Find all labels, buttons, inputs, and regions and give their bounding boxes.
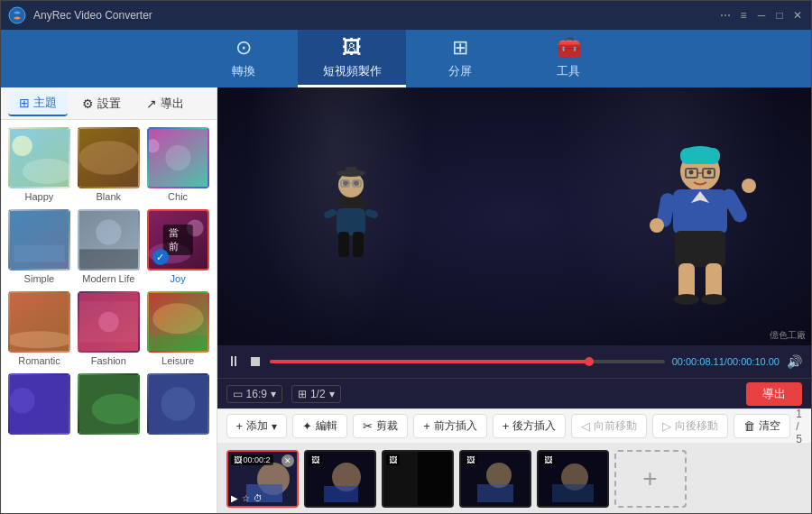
- timeline-item-5[interactable]: 🖼: [537, 450, 609, 508]
- svg-point-59: [674, 294, 699, 305]
- aspect-ratio-value: 16:9: [246, 388, 267, 400]
- svg-point-26: [10, 388, 35, 413]
- insert-before-button[interactable]: + 前方插入: [413, 414, 487, 438]
- insert-after-button[interactable]: + 後方插入: [493, 414, 567, 438]
- svg-point-2: [12, 136, 32, 157]
- insert-after-icon: +: [503, 419, 510, 433]
- app-title: AnyRec Video Converter: [33, 9, 152, 22]
- theme-thumb-joy: 當前 ✓: [147, 209, 209, 271]
- timeline-item-3[interactable]: 🖼: [382, 450, 454, 508]
- aspect-ratio-select[interactable]: ▭ 16:9 ▾: [226, 385, 282, 403]
- theme-item-happy[interactable]: Happy: [8, 127, 70, 202]
- bottom-toolbar: + 添加 ▾ ✦ 編輯 ✂ 剪裁 + 前方插入 + 後方插入 ◁ 向: [217, 408, 811, 443]
- timeline-item-2-time: 🖼: [309, 454, 322, 465]
- theme-label-fashion: Fashion: [91, 355, 126, 366]
- edit-icon: ✦: [302, 419, 312, 433]
- theme-item-joy[interactable]: 當前 ✓ Joy: [147, 209, 209, 284]
- timeline-item-1-close[interactable]: ✕: [281, 454, 294, 467]
- svg-point-7: [165, 145, 190, 170]
- timeline-item-4[interactable]: 🖼: [459, 450, 531, 508]
- theme-item-leisure[interactable]: Leisure: [147, 291, 209, 366]
- nav-tab-split[interactable]: ⊞ 分屏: [406, 30, 514, 87]
- timeline-item-4-time: 🖼: [464, 454, 477, 465]
- nav-tab-tools-label: 工具: [557, 63, 580, 79]
- app-logo: [8, 6, 26, 24]
- svg-point-77: [486, 463, 512, 488]
- cut-button[interactable]: ✂ 剪裁: [353, 414, 408, 438]
- maximize-button[interactable]: □: [773, 9, 786, 22]
- theme-item-simple[interactable]: Simple: [8, 209, 70, 284]
- svg-rect-38: [323, 208, 337, 219]
- theme-item-modernlife[interactable]: Modern Life: [78, 209, 140, 284]
- volume-icon[interactable]: 🔊: [787, 354, 802, 369]
- svg-rect-35: [337, 208, 365, 235]
- theme-thumb-chic: [147, 127, 209, 188]
- export-button[interactable]: 導出: [746, 382, 802, 406]
- cut-icon: ✂: [363, 419, 373, 433]
- theme-grid: Happy Blank: [1, 120, 217, 514]
- close-button[interactable]: ✕: [791, 9, 804, 22]
- theme-item-blank[interactable]: Blank: [78, 127, 140, 202]
- svg-point-21: [98, 312, 119, 333]
- clear-button[interactable]: 🗑 清空: [734, 414, 790, 438]
- edit-button[interactable]: ✦ 編輯: [292, 414, 347, 438]
- theme-item-fashion[interactable]: Fashion: [78, 291, 140, 366]
- play-icon[interactable]: ▶: [231, 493, 238, 503]
- theme-item-more2[interactable]: [78, 373, 140, 437]
- sub-tab-settings[interactable]: ⚙ 設置: [71, 92, 132, 115]
- nav-tab-tools[interactable]: 🧰 工具: [514, 30, 623, 87]
- nav-tab-shortvideo-label: 短視頻製作: [323, 63, 382, 79]
- character-left: [306, 144, 396, 289]
- theme-thumb-fashion: [78, 291, 140, 353]
- right-panel: 億色工廠 ⏸ ⏹ 00:00:08.11/00:00:10.00 🔊 ▭ 16:…: [217, 87, 811, 514]
- sub-tab-export[interactable]: ↗ 導出: [135, 92, 195, 115]
- theme-label-happy: Happy: [25, 191, 54, 202]
- nav-tab-shortvideo[interactable]: 🖼 短視頻製作: [298, 30, 406, 87]
- svg-rect-78: [477, 484, 513, 502]
- timeline: 🖼 00:00:2 ✕ ▶ ☆ ⏱ 🖼: [217, 443, 811, 514]
- svg-point-40: [343, 180, 348, 186]
- move-prev-label: 向前移動: [594, 418, 637, 434]
- video-preview: 億色工廠: [217, 87, 811, 345]
- theme-item-more3[interactable]: [147, 373, 209, 437]
- cut-label: 剪裁: [376, 418, 398, 434]
- svg-point-60: [701, 294, 726, 305]
- menu-icon[interactable]: ⋯: [719, 9, 732, 22]
- clear-label: 清空: [759, 418, 780, 434]
- tools-icon: 🧰: [557, 36, 581, 60]
- theme-label-joy: Joy: [171, 273, 186, 284]
- theme-item-romantic[interactable]: Romantic: [8, 291, 70, 366]
- svg-rect-36: [338, 232, 349, 257]
- settings-tab-icon: ⚙: [82, 96, 94, 111]
- star-icon[interactable]: ☆: [242, 493, 250, 503]
- minimize-button[interactable]: ─: [755, 9, 768, 22]
- progress-dot: [585, 357, 594, 366]
- list-icon[interactable]: ≡: [737, 9, 750, 22]
- move-next-button[interactable]: ▷ 向後移動: [652, 414, 728, 438]
- timeline-item-1-controls: ▶ ☆ ⏱: [231, 493, 263, 503]
- timeline-item-1[interactable]: 🖼 00:00:2 ✕ ▶ ☆ ⏱: [226, 450, 299, 508]
- svg-point-18: [10, 331, 69, 348]
- title-bar: AnyRec Video Converter ⋯ ≡ ─ □ ✕: [1, 1, 811, 30]
- sub-tab-export-label: 導出: [161, 96, 184, 112]
- add-button[interactable]: + 添加 ▾: [226, 414, 288, 438]
- stop-button[interactable]: ⏹: [248, 353, 263, 370]
- clock-icon[interactable]: ⏱: [254, 493, 263, 503]
- progress-bar[interactable]: [270, 360, 665, 363]
- theme-item-more1[interactable]: [8, 373, 70, 437]
- move-prev-button[interactable]: ◁ 向前移動: [571, 414, 647, 438]
- timeline-item-2[interactable]: 🖼: [304, 450, 376, 508]
- sub-tabs: ⊞ 主題 ⚙ 設置 ↗ 導出: [1, 87, 217, 120]
- timeline-add-button[interactable]: +: [614, 450, 687, 508]
- svg-point-51: [689, 170, 694, 175]
- svg-point-13: [96, 219, 121, 244]
- theme-tab-icon: ⊞: [19, 96, 30, 110]
- pause-button[interactable]: ⏸: [226, 353, 241, 370]
- theme-thumb-happy: [8, 127, 70, 188]
- sub-tab-theme[interactable]: ⊞ 主題: [8, 91, 68, 116]
- nav-tab-convert[interactable]: ⊙ 轉換: [189, 30, 298, 87]
- theme-item-chic[interactable]: Chic: [147, 127, 209, 202]
- svg-point-52: [707, 170, 712, 175]
- svg-rect-56: [675, 231, 725, 267]
- quality-select[interactable]: ⊞ 1/2 ▾: [291, 385, 341, 403]
